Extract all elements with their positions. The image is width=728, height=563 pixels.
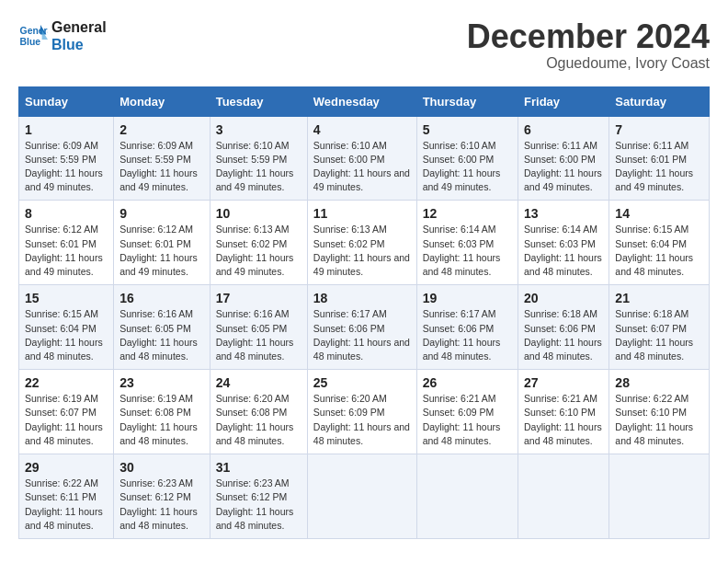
calendar-cell: [416, 454, 518, 539]
calendar-week-row: 1 Sunrise: 6:09 AMSunset: 5:59 PMDayligh…: [19, 116, 710, 201]
calendar-cell: [518, 454, 609, 539]
weekday-header: Saturday: [609, 86, 710, 116]
day-info: Sunrise: 6:09 AMSunset: 5:59 PMDaylight:…: [119, 140, 198, 193]
calendar-week-row: 15 Sunrise: 6:15 AMSunset: 6:04 PMDaylig…: [19, 285, 710, 370]
calendar-cell: 9 Sunrise: 6:12 AMSunset: 6:01 PMDayligh…: [114, 201, 210, 285]
location: Oguedoume, Ivory Coast: [467, 55, 710, 72]
day-number: 1: [25, 122, 108, 137]
day-number: 24: [216, 375, 301, 390]
day-number: 15: [25, 291, 108, 305]
day-info: Sunrise: 6:21 AMSunset: 6:09 PMDaylight:…: [423, 393, 501, 446]
day-number: 27: [524, 375, 603, 390]
calendar-cell: 4 Sunrise: 6:10 AMSunset: 6:00 PMDayligh…: [307, 116, 416, 201]
calendar-week-row: 22 Sunrise: 6:19 AMSunset: 6:07 PMDaylig…: [19, 370, 710, 454]
day-info: Sunrise: 6:20 AMSunset: 6:08 PMDaylight:…: [216, 393, 294, 446]
calendar-cell: 1 Sunrise: 6:09 AMSunset: 5:59 PMDayligh…: [19, 116, 114, 201]
day-info: Sunrise: 6:21 AMSunset: 6:10 PMDaylight:…: [524, 393, 602, 446]
day-info: Sunrise: 6:15 AMSunset: 6:04 PMDaylight:…: [25, 308, 103, 362]
day-number: 9: [119, 206, 204, 221]
day-number: 2: [119, 122, 204, 137]
day-number: 16: [119, 291, 204, 305]
calendar-cell: 26 Sunrise: 6:21 AMSunset: 6:09 PMDaylig…: [416, 370, 518, 454]
logo-text-blue: Blue: [51, 36, 107, 53]
day-number: 4: [313, 122, 411, 137]
day-info: Sunrise: 6:10 AMSunset: 6:00 PMDaylight:…: [423, 140, 501, 193]
svg-text:Blue: Blue: [20, 37, 41, 47]
day-number: 28: [615, 375, 703, 390]
calendar-cell: 11 Sunrise: 6:13 AMSunset: 6:02 PMDaylig…: [307, 201, 416, 285]
logo-text-general: General: [51, 18, 107, 36]
logo: General Blue General Blue: [18, 18, 107, 53]
calendar-cell: 20 Sunrise: 6:18 AMSunset: 6:06 PMDaylig…: [518, 285, 609, 370]
day-number: 11: [313, 206, 411, 221]
day-info: Sunrise: 6:10 AMSunset: 6:00 PMDaylight:…: [313, 140, 410, 193]
calendar-cell: 21 Sunrise: 6:18 AMSunset: 6:07 PMDaylig…: [609, 285, 710, 370]
day-info: Sunrise: 6:11 AMSunset: 6:00 PMDaylight:…: [524, 140, 602, 193]
calendar-cell: 17 Sunrise: 6:16 AMSunset: 6:05 PMDaylig…: [210, 285, 307, 370]
day-info: Sunrise: 6:14 AMSunset: 6:03 PMDaylight:…: [524, 224, 602, 277]
calendar-cell: 2 Sunrise: 6:09 AMSunset: 5:59 PMDayligh…: [114, 116, 210, 201]
day-info: Sunrise: 6:10 AMSunset: 5:59 PMDaylight:…: [216, 140, 294, 193]
logo-icon: General Blue: [18, 21, 48, 51]
day-number: 7: [615, 122, 703, 137]
calendar-cell: 5 Sunrise: 6:10 AMSunset: 6:00 PMDayligh…: [416, 116, 518, 201]
calendar-week-row: 29 Sunrise: 6:22 AMSunset: 6:11 PMDaylig…: [19, 454, 710, 539]
calendar-cell: 23 Sunrise: 6:19 AMSunset: 6:08 PMDaylig…: [114, 370, 210, 454]
calendar-cell: 16 Sunrise: 6:16 AMSunset: 6:05 PMDaylig…: [114, 285, 210, 370]
day-info: Sunrise: 6:23 AMSunset: 6:12 PMDaylight:…: [216, 477, 294, 531]
calendar-cell: [609, 454, 710, 539]
calendar-table: SundayMondayTuesdayWednesdayThursdayFrid…: [18, 86, 710, 539]
day-info: Sunrise: 6:16 AMSunset: 6:05 PMDaylight:…: [216, 308, 294, 362]
calendar-cell: 27 Sunrise: 6:21 AMSunset: 6:10 PMDaylig…: [518, 370, 609, 454]
calendar-cell: 7 Sunrise: 6:11 AMSunset: 6:01 PMDayligh…: [609, 116, 710, 201]
calendar-cell: 30 Sunrise: 6:23 AMSunset: 6:12 PMDaylig…: [114, 454, 210, 539]
calendar-cell: 25 Sunrise: 6:20 AMSunset: 6:09 PMDaylig…: [307, 370, 416, 454]
day-number: 3: [216, 122, 301, 137]
calendar-cell: [307, 454, 416, 539]
day-info: Sunrise: 6:23 AMSunset: 6:12 PMDaylight:…: [119, 477, 198, 531]
day-info: Sunrise: 6:11 AMSunset: 6:01 PMDaylight:…: [615, 140, 693, 193]
day-number: 26: [423, 375, 512, 390]
calendar-cell: 24 Sunrise: 6:20 AMSunset: 6:08 PMDaylig…: [210, 370, 307, 454]
calendar-cell: 19 Sunrise: 6:17 AMSunset: 6:06 PMDaylig…: [416, 285, 518, 370]
day-info: Sunrise: 6:09 AMSunset: 5:59 PMDaylight:…: [25, 140, 103, 193]
day-info: Sunrise: 6:16 AMSunset: 6:05 PMDaylight:…: [119, 308, 198, 362]
day-number: 22: [25, 375, 108, 390]
day-number: 10: [216, 206, 301, 221]
day-info: Sunrise: 6:13 AMSunset: 6:02 PMDaylight:…: [313, 224, 410, 277]
calendar-cell: 28 Sunrise: 6:22 AMSunset: 6:10 PMDaylig…: [609, 370, 710, 454]
calendar-cell: 22 Sunrise: 6:19 AMSunset: 6:07 PMDaylig…: [19, 370, 114, 454]
day-number: 19: [423, 291, 512, 305]
day-info: Sunrise: 6:22 AMSunset: 6:10 PMDaylight:…: [615, 393, 693, 446]
calendar-cell: 6 Sunrise: 6:11 AMSunset: 6:00 PMDayligh…: [518, 116, 609, 201]
day-info: Sunrise: 6:15 AMSunset: 6:04 PMDaylight:…: [615, 224, 693, 277]
calendar-cell: 15 Sunrise: 6:15 AMSunset: 6:04 PMDaylig…: [19, 285, 114, 370]
day-number: 29: [25, 460, 108, 475]
month-title: December 2024: [467, 18, 710, 55]
day-number: 8: [25, 206, 108, 221]
day-number: 18: [313, 291, 411, 305]
calendar-cell: 13 Sunrise: 6:14 AMSunset: 6:03 PMDaylig…: [518, 201, 609, 285]
weekday-header: Tuesday: [210, 86, 307, 116]
weekday-header: Thursday: [416, 86, 518, 116]
day-number: 12: [423, 206, 512, 221]
day-number: 21: [615, 291, 703, 305]
weekday-header: Monday: [114, 86, 210, 116]
day-info: Sunrise: 6:17 AMSunset: 6:06 PMDaylight:…: [313, 308, 410, 362]
day-info: Sunrise: 6:14 AMSunset: 6:03 PMDaylight:…: [423, 224, 501, 277]
calendar-cell: 12 Sunrise: 6:14 AMSunset: 6:03 PMDaylig…: [416, 201, 518, 285]
day-info: Sunrise: 6:18 AMSunset: 6:06 PMDaylight:…: [524, 308, 602, 362]
day-info: Sunrise: 6:12 AMSunset: 6:01 PMDaylight:…: [119, 224, 198, 277]
title-block: December 2024 Oguedoume, Ivory Coast: [467, 18, 710, 72]
calendar-cell: 29 Sunrise: 6:22 AMSunset: 6:11 PMDaylig…: [19, 454, 114, 539]
day-number: 23: [119, 375, 204, 390]
day-number: 5: [423, 122, 512, 137]
day-number: 30: [119, 460, 204, 475]
weekday-header: Friday: [518, 86, 609, 116]
day-info: Sunrise: 6:13 AMSunset: 6:02 PMDaylight:…: [216, 224, 294, 277]
day-info: Sunrise: 6:19 AMSunset: 6:08 PMDaylight:…: [119, 393, 198, 446]
calendar-week-row: 8 Sunrise: 6:12 AMSunset: 6:01 PMDayligh…: [19, 201, 710, 285]
day-number: 31: [216, 460, 301, 475]
day-number: 14: [615, 206, 703, 221]
calendar-cell: 3 Sunrise: 6:10 AMSunset: 5:59 PMDayligh…: [210, 116, 307, 201]
